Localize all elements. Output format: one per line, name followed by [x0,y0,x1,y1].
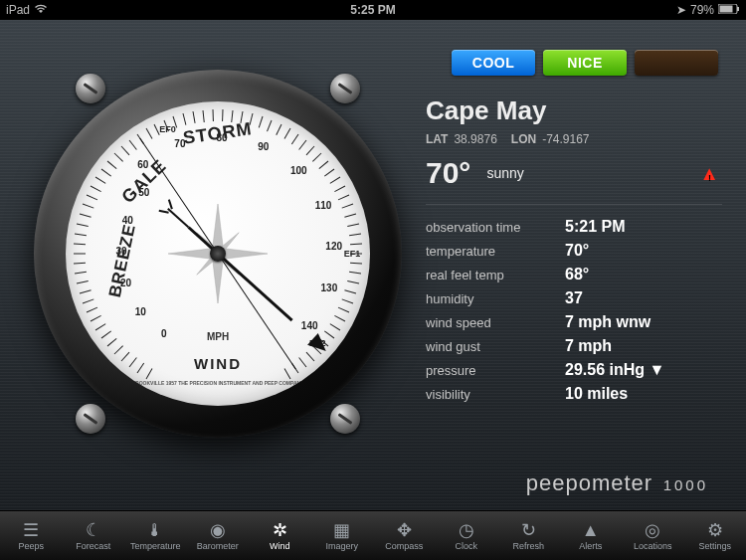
temperature-icon: 🌡 [146,521,164,539]
wifi-icon [34,3,48,17]
tab-label: Temperature [130,541,181,551]
tab-refresh[interactable]: ↻Refresh [497,511,560,560]
divider [426,204,722,205]
badge-empty[interactable] [635,50,718,76]
gauge-title: WIND [194,355,242,372]
refresh-icon: ↻ [521,521,536,539]
tab-label: Alerts [579,541,602,551]
lon-label: LON [511,132,536,146]
vis-label: visibility [426,387,565,402]
compass-icon: ✥ [397,521,412,539]
coordinates: LAT38.9876 LON-74.9167 [426,132,722,146]
tab-label: Peeps [18,541,44,551]
brand-name: peepometer [526,470,653,495]
alert-icon[interactable]: ▲! [699,162,722,185]
hum-value: 37 [565,289,583,307]
tab-label: Refresh [512,541,544,551]
wind-gauge: 6070809010011012013014001020304050EF0EF1… [34,70,402,438]
current-temp: 70° [426,156,470,190]
press-label: pressure [426,363,565,378]
tab-label: Barometer [197,541,239,551]
gauge-hub [210,246,226,262]
wind-icon: ✲ [273,521,287,539]
gust-label: wind gust [426,339,565,354]
battery-icon [718,3,740,17]
location-name: Cape May [426,95,722,126]
tab-label: Locations [634,541,672,551]
barometer-icon: ◉ [210,521,226,539]
gauge-label-breeze: BREEZE [105,222,140,298]
tab-alerts[interactable]: ▲Alerts [560,511,623,560]
vis-value: 10 miles [565,385,628,403]
screw-icon [330,404,360,434]
status-bar: iPad 5:25 PM ➤ 79% [0,0,746,20]
gauge-label-gale: GALE [117,155,170,208]
battery-percent: 79% [690,3,714,17]
svg-rect-1 [720,6,733,13]
tab-label: Settings [698,541,731,551]
gust-value: 7 mph [565,337,612,355]
alerts-icon: ▲ [582,521,600,539]
tab-imagery[interactable]: ▦Imagery [311,511,374,560]
tab-label: Wind [270,541,290,551]
obs-label: observation time [426,220,565,235]
brand-model: 1000 [663,476,708,493]
lat-label: LAT [426,132,448,146]
screw-icon [330,74,360,103]
status-time: 5:25 PM [350,3,395,17]
lon-value: -74.9167 [542,132,589,146]
badge-nice[interactable]: NICE [543,50,627,76]
tab-label: Forecast [76,541,110,551]
screw-icon [76,404,105,434]
svg-rect-2 [737,7,739,11]
app-body: 6070809010011012013014001020304050EF0EF1… [0,20,746,510]
tab-label: Clock [455,541,477,551]
tab-forecast[interactable]: ☾Forecast [63,511,125,560]
wspd-value: 7 mph wnw [565,313,651,331]
peeps-icon: ☰ [23,521,39,539]
tab-wind[interactable]: ✲Wind [249,511,311,560]
tab-clock[interactable]: ◷Clock [436,511,498,560]
gauge-label-storm: STORM [182,118,254,148]
tab-locations[interactable]: ◎Locations [622,511,684,560]
wspd-label: wind speed [426,315,565,330]
gauge-unit: MPH [207,331,229,342]
tab-barometer[interactable]: ◉Barometer [187,511,250,560]
gauge-face: 6070809010011012013014001020304050EF0EF1… [66,101,370,406]
obs-value: 5:21 PM [565,218,625,236]
location-arrow-icon: ➤ [676,3,686,17]
temp-value: 70° [565,242,589,260]
press-value: 29.56 inHg ▼ [565,361,664,379]
tab-label: Compass [385,541,423,551]
imagery-icon: ▦ [333,521,350,539]
tab-temperature[interactable]: 🌡Temperature [124,511,187,560]
feel-label: real feel temp [426,268,565,282]
tab-label: Imagery [325,541,358,551]
feel-value: 68° [565,266,589,283]
locations-icon: ◎ [645,521,660,539]
tab-compass[interactable]: ✥Compass [373,511,436,560]
settings-icon: ⚙ [707,521,723,539]
badge-cool[interactable]: COOL [452,50,535,76]
gauge-maker: BROOKVILLE 1957 THE PRECISION INSTRUMENT… [132,380,304,386]
screw-icon [76,74,105,103]
tab-settings[interactable]: ⚙Settings [684,511,747,560]
condition: sunny [486,165,523,181]
tab-bar: ☰Peeps☾Forecast🌡Temperature◉Barometer✲Wi… [0,510,746,560]
info-panel: COOL NICE Cape May LAT38.9876 LON-74.916… [402,50,722,500]
hum-label: humidity [426,291,565,306]
lat-value: 38.9876 [454,132,496,146]
clock-icon: ◷ [459,521,474,539]
temp-label: temperature [426,244,565,259]
tab-peeps[interactable]: ☰Peeps [0,511,63,560]
brand-logo: peepometer 1000 [526,470,708,496]
device-label: iPad [6,3,30,17]
forecast-icon: ☾ [86,521,101,539]
